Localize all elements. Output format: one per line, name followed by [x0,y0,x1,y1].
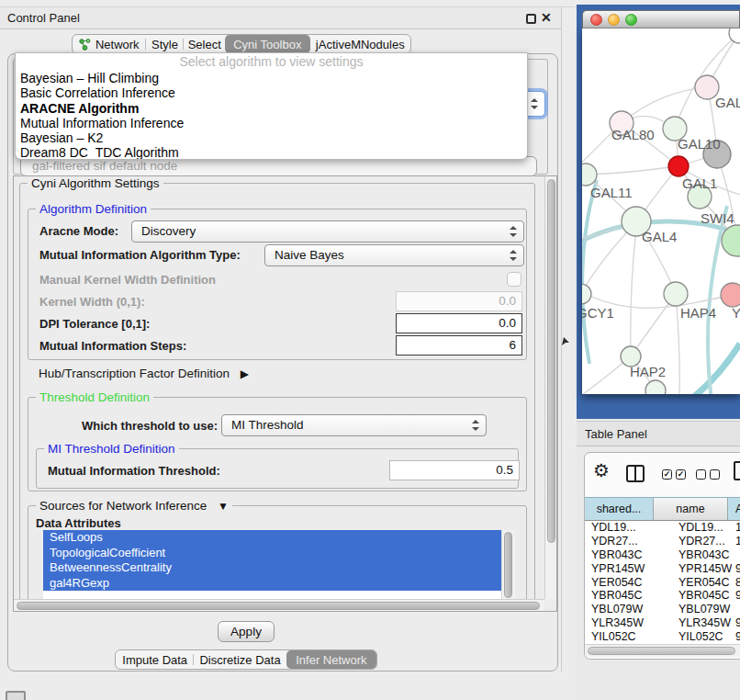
table-row[interactable]: YER054CYER054C8. [585,576,740,590]
table-row[interactable]: YDL19...YDL19...13 [585,521,740,535]
expander-label: Hub/Transcription Factor Definition [39,367,230,380]
network-view-canvas[interactable]: GALGAL80GAL10GAL1GAL11SWI4GAL4GCY1HAP4YH… [582,28,740,394]
table-cell: YDR27... [591,535,652,548]
algorithm-definition-group: Algorithm Definition Aracne Mode: Discov… [28,209,527,360]
select-all-checkbox-icon[interactable]: ✓ [662,469,672,480]
kernel-width-field[interactable]: 0.0 [396,291,522,311]
close-icon[interactable]: ✕ [541,10,552,25]
table-row[interactable]: YBR045CYBR045C9. [585,589,740,603]
scrollbar-thumb[interactable] [17,602,540,610]
table-cell: YBR045C [678,589,732,603]
column-header-partial[interactable]: A [728,498,740,520]
table-row[interactable]: YPR145WYPR145W9. [585,562,740,576]
apply-button[interactable]: Apply [218,621,275,642]
network-window-titlebar[interactable] [582,10,740,28]
algorithm-option[interactable]: ARACNE Algorithm [16,101,527,116]
collapsed-panel-icon[interactable] [6,691,26,700]
algorithm-option[interactable]: Basic Correlation Inference [16,85,527,100]
network-node[interactable] [645,380,666,394]
mi-type-combobox[interactable]: Naive Bayes [264,244,524,266]
aracne-mode-label: Aracne Mode: [39,224,118,239]
tab-label: Cyni Toolbox [233,38,301,51]
table-row[interactable]: YLR345WYLR345W9. [585,616,740,630]
tab-label: Discretize Data [199,653,280,667]
data-attribute-item[interactable]: TopologicalCoefficient [43,546,501,561]
network-edge [631,221,637,356]
network-node[interactable] [668,156,689,176]
aracne-mode-combobox[interactable]: Discovery [131,220,524,243]
tab-select[interactable]: Select [184,35,225,53]
minimize-window-icon[interactable] [608,14,620,26]
table-cell: 13 [735,521,740,535]
deselect-checkbox-icon[interactable] [710,469,720,480]
column-header-shared-name[interactable]: shared... [585,498,654,520]
threshold-definition-group: Threshold Definition Which threshold to … [28,397,527,491]
node-label: Y [732,305,740,321]
table-row[interactable]: YIL052CYIL052C9. [585,630,740,644]
combo-value: MI Threshold [231,415,486,435]
data-attribute-item[interactable]: SelfLoops [43,530,501,546]
zoom-window-icon[interactable] [625,14,637,26]
manual-kernel-checkbox[interactable] [507,272,521,287]
network-edge [586,166,678,175]
mi-steps-field[interactable]: 6 [396,335,522,356]
deselect-checkbox-icon[interactable] [696,469,706,480]
combo-spinner-icon [510,225,517,238]
settings-vertical-scrollbar[interactable] [544,176,556,599]
algorithm-option[interactable]: Bayesian – K2 [16,130,527,145]
mi-threshold-field[interactable]: 0.5 [389,460,520,480]
table-settings-gear-icon[interactable]: ⚙ [593,461,610,480]
table-rows: YDL19...YDL19...13YDR27...YDR27...12YBR0… [585,521,740,644]
tab-label: Select [188,38,221,51]
tab-infer-network[interactable]: Infer Network [286,650,376,669]
page-icon[interactable] [734,461,740,480]
algorithm-option[interactable]: Dream8 DC_TDC Algorithm [16,145,527,160]
table-cell: YIL052C [591,630,652,644]
scrollbar-thumb[interactable] [588,647,735,655]
table-cell: 9. [735,630,740,644]
table-panel-body: ⚙ ✓ ✓ shared... name A YDL19...YDL19...1… [577,446,740,700]
data-attributes-list: SelfLoopsTopologicalCoefficientBetweenne… [43,530,515,599]
data-attribute-item[interactable]: gal4RGexp [43,576,501,592]
node-label: GCY1 [582,305,614,321]
list-scrollbar[interactable] [501,530,515,599]
settings-horizontal-scrollbar[interactable] [14,599,544,611]
table-cell: 8. [735,576,740,590]
manual-kernel-label: Manual Kernel Width Definition [39,273,216,288]
tab-style[interactable]: Style [146,35,185,53]
node-label: SWI4 [701,210,734,226]
tab-cyni-toolbox[interactable]: Cyni Toolbox [225,35,310,53]
scrollbar-thumb[interactable] [547,179,555,543]
network-node[interactable] [721,283,740,307]
tab-jactivemnodules[interactable]: jActiveMNodules [310,35,410,53]
table-cell: YDL19... [678,521,732,535]
table-horizontal-scrollbar[interactable] [585,644,740,657]
cyni-settings-group: Cyni Algorithm Settings Algorithm Defini… [19,183,535,599]
dpi-tolerance-field[interactable]: 0.0 [396,313,522,333]
data-attribute-item[interactable]: BetweennessCentrality [43,560,501,576]
table-cell: YLR345W [678,616,732,630]
table-cell: 9. [735,562,740,576]
tab-impute-data[interactable]: Impute Data [116,650,194,669]
float-window-icon[interactable] [526,14,536,24]
network-node[interactable] [664,282,688,306]
table-row[interactable]: YDR27...YDR27...12 [585,535,740,548]
scrollbar-thumb[interactable] [504,532,512,598]
algorithm-option[interactable]: Mutual Information Inference [16,116,527,130]
select-all-checkbox-icon[interactable]: ✓ [676,469,686,480]
sources-expander[interactable]: Sources for Network Inference ▼ [36,499,232,514]
split-columns-icon[interactable] [626,465,645,482]
column-header-name[interactable]: name [654,498,728,520]
table-cell: YBL079W [591,603,652,616]
hub-definition-expander[interactable]: Hub/Transcription Factor Definition ▶ [39,367,249,380]
table-row[interactable]: YBL079WYBL079W [585,603,740,616]
node-label: GAL1 [682,175,717,191]
close-window-icon[interactable] [590,14,602,26]
which-threshold-combobox[interactable]: MI Threshold [221,414,487,436]
tab-discretize-data[interactable]: Discretize Data [194,650,286,669]
table-row[interactable]: YBR043CYBR043C [585,548,740,562]
algorithm-option[interactable]: Bayesian – Hill Climbing [16,71,527,85]
network-node[interactable] [582,284,591,304]
tab-network[interactable]: Network [73,35,146,53]
algorithm-option-list: Bayesian – Hill ClimbingBasic Correlatio… [16,71,527,160]
